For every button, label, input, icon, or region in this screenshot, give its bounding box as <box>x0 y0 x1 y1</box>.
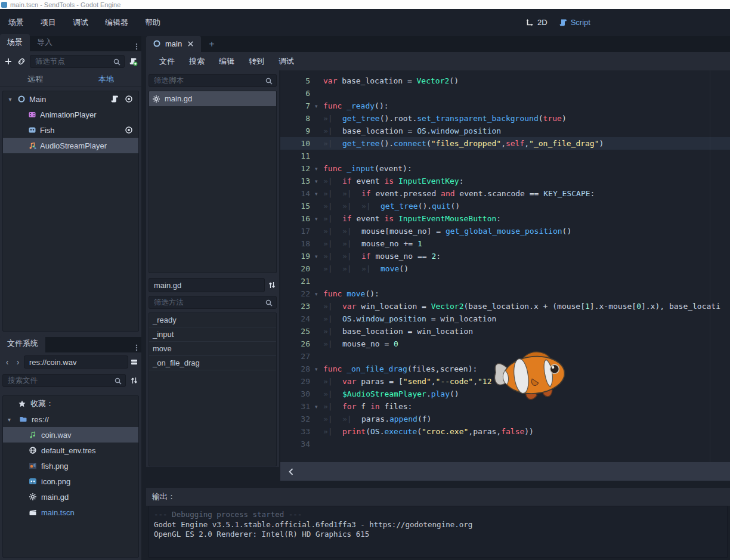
file-item[interactable]: fish.png <box>3 458 138 474</box>
script-menu-调试[interactable]: 调试 <box>271 53 301 70</box>
code-line[interactable]: 34 <box>280 438 730 450</box>
attached-script-icon[interactable] <box>110 94 119 104</box>
code-line[interactable]: 17»|»|mouse[mouse_no] = get_global_mouse… <box>280 225 730 237</box>
code-line[interactable]: 5var base_location = Vector2() <box>280 75 730 87</box>
code-line[interactable]: 9»|base_location = OS.window_position <box>280 125 730 137</box>
code-line[interactable]: 11 <box>280 150 730 162</box>
fold-arrow-icon[interactable]: ▾ <box>315 291 323 297</box>
attach-script-button[interactable] <box>128 57 138 66</box>
token: play <box>431 389 450 398</box>
favorites-row[interactable]: 收藏： <box>3 396 138 412</box>
instance-scene-button[interactable] <box>17 57 26 66</box>
filter-nodes-input[interactable] <box>30 55 125 68</box>
code-line[interactable]: 7▾func _ready(): <box>280 100 730 112</box>
fold-arrow-icon[interactable]: ▾ <box>315 216 323 222</box>
fold-arrow-icon[interactable]: ▾ <box>315 404 323 410</box>
code-line[interactable]: 21 <box>280 275 730 287</box>
fold-arrow-icon[interactable]: ▾ <box>315 178 323 184</box>
clownfish-overlay[interactable] <box>490 348 577 407</box>
output-panel-header[interactable]: 输出： <box>146 488 730 506</box>
code-line[interactable]: 10»|get_tree().connect("files_dropped",s… <box>280 137 730 150</box>
code-line[interactable]: 12▾func _input(event): <box>280 162 730 175</box>
menu-调试[interactable]: 调试 <box>64 14 97 32</box>
add-node-button[interactable] <box>4 57 13 66</box>
tab-filesystem[interactable]: 文件系统 <box>0 335 45 352</box>
script-menu-搜索[interactable]: 搜索 <box>182 53 212 70</box>
filter-scripts-input[interactable] <box>149 74 277 87</box>
scene-tree-item[interactable]: ▾Main <box>3 91 138 107</box>
file-item[interactable]: coin.wav <box>3 427 138 443</box>
output-log: --- Debugging process started ---Godot E… <box>149 506 728 558</box>
code-line[interactable]: 16▾»|if event is InputEventMouseButton: <box>280 212 730 225</box>
script-menu-文件[interactable]: 文件 <box>152 53 182 70</box>
code-line[interactable]: 25»|base_location = win_location <box>280 325 730 338</box>
fold-arrow-icon[interactable]: ▾ <box>315 166 323 172</box>
file-item[interactable]: default_env.tres <box>3 443 138 458</box>
collapse-panel-icon[interactable] <box>286 467 296 477</box>
menu-帮助[interactable]: 帮助 <box>137 14 169 32</box>
method-item[interactable]: move <box>149 342 276 356</box>
subtab-remote[interactable]: 远程 <box>0 74 71 85</box>
fold-arrow-icon[interactable]: ▾ <box>315 253 323 259</box>
file-item[interactable]: main.gd <box>3 489 138 505</box>
visibility-eye-icon[interactable] <box>124 94 134 104</box>
code-line[interactable]: 15»|»|»|get_tree().quit() <box>280 200 730 212</box>
expand-arrow-icon[interactable]: ▾ <box>7 96 14 103</box>
filesystem-root-row[interactable]: ▾res:// <box>3 412 138 427</box>
os-title-bar[interactable]: main.tscn - SendTools - Godot Engine <box>0 0 730 9</box>
code-line[interactable]: 6 <box>280 87 730 100</box>
scene-tree-item[interactable]: AudioStreamPlayer <box>3 138 138 153</box>
script-list-item[interactable]: main.gd <box>149 91 276 106</box>
file-item[interactable]: icon.png <box>3 474 138 489</box>
script-menu-编辑[interactable]: 编辑 <box>212 53 242 70</box>
tab-scene[interactable]: 场景 <box>0 34 30 51</box>
workspace-script-button[interactable]: Script <box>558 18 590 27</box>
sort-methods-button[interactable] <box>267 280 277 290</box>
method-item[interactable]: _input <box>149 327 276 342</box>
filter-methods-input[interactable] <box>149 296 277 309</box>
dock-menu-icon[interactable] <box>132 343 141 352</box>
workspace-2d-button[interactable]: 2D <box>525 18 548 27</box>
code-line[interactable]: 18»|»|mouse_no += 1 <box>280 237 730 250</box>
code-line[interactable]: 24»|OS.window_position = win_location <box>280 313 730 325</box>
search-files-input[interactable] <box>2 374 126 387</box>
line-number: 15 <box>280 202 315 211</box>
code-line[interactable]: 32»|»|paras.append(f) <box>280 413 730 425</box>
script-menu-转到[interactable]: 转到 <box>242 53 271 70</box>
subtab-local[interactable]: 本地 <box>71 74 142 85</box>
history-back-button[interactable]: ‹ <box>2 357 12 367</box>
scene-tree-item[interactable]: Fish <box>3 122 138 138</box>
fold-arrow-icon[interactable]: ▾ <box>315 191 323 197</box>
token: ].x-mouse[ <box>590 302 636 311</box>
code-line[interactable]: 22▾func move(): <box>280 287 730 300</box>
tab-import[interactable]: 导入 <box>30 34 60 51</box>
expand-arrow-icon[interactable]: ▾ <box>8 416 15 423</box>
new-scene-tab-button[interactable]: ＋ <box>201 36 222 52</box>
code-line[interactable]: 20»|»|»|move() <box>280 262 730 275</box>
toggle-split-mode-button[interactable] <box>129 357 139 367</box>
history-forward-button[interactable]: › <box>13 357 23 367</box>
code-line[interactable]: 23»|var win_location = Vector2(base_loca… <box>280 300 730 313</box>
token: (): <box>375 101 388 110</box>
method-item[interactable]: _ready <box>149 313 276 327</box>
code-line[interactable]: 19▾»|»|if mouse_no == 2: <box>280 250 730 262</box>
tab-indent-marker: »| <box>323 339 342 348</box>
file-item[interactable]: main.tscn <box>3 505 138 520</box>
close-tab-icon[interactable] <box>185 39 195 48</box>
method-item[interactable]: _on_file_drag <box>149 356 276 370</box>
dock-menu-icon[interactable] <box>132 42 141 51</box>
code-line[interactable]: 8»|get_tree().root.set_transparent_backg… <box>280 112 730 125</box>
scene-tree-item[interactable]: AnimationPlayer <box>3 107 138 122</box>
menu-编辑器[interactable]: 编辑器 <box>97 14 137 32</box>
menu-项目[interactable]: 项目 <box>32 14 64 32</box>
fold-arrow-icon[interactable]: ▾ <box>315 103 323 109</box>
code-text: »|»|»|get_tree().quit() <box>323 202 460 211</box>
fold-arrow-icon[interactable]: ▾ <box>315 366 323 372</box>
sort-files-button[interactable] <box>129 376 139 385</box>
scene-tab-main[interactable]: main <box>146 36 201 52</box>
visibility-eye-icon[interactable] <box>124 125 134 135</box>
menu-场景[interactable]: 场景 <box>0 14 32 32</box>
code-line[interactable]: 14▾»|»|if event.pressed and event.scanco… <box>280 187 730 200</box>
code-line[interactable]: 13▾»|if event is InputEventKey: <box>280 175 730 187</box>
code-line[interactable]: 33»|print(OS.execute("croc.exe",paras,fa… <box>280 425 730 438</box>
